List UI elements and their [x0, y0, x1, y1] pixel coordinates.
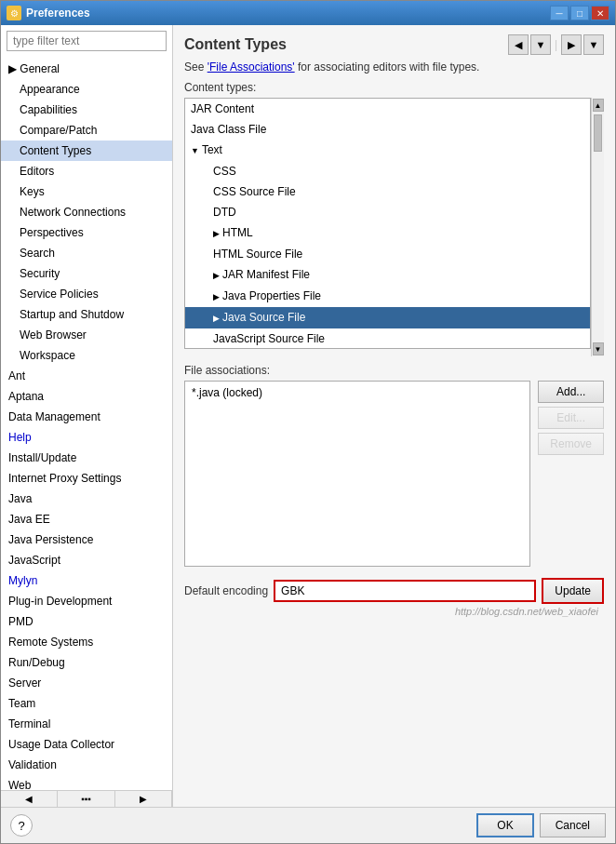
maximize-button[interactable]: □ — [570, 6, 589, 20]
sidebar-item-help[interactable]: Help — [1, 427, 172, 448]
title-bar-left: ⚙ Preferences — [7, 6, 90, 20]
ct-java-source[interactable]: ▶Java Source File — [185, 307, 590, 328]
file-assoc-list[interactable]: *.java (locked) — [184, 381, 530, 567]
ok-button[interactable]: OK — [476, 813, 533, 837]
sidebar-item-validation[interactable]: Validation — [1, 755, 172, 775]
sidebar-item-ant[interactable]: Ant — [1, 366, 172, 386]
ct-text[interactable]: ▼Text — [185, 140, 590, 161]
ct-jar-content[interactable]: JAR Content — [185, 99, 590, 119]
ct-java-class[interactable]: Java Class File — [185, 119, 590, 140]
ct-html[interactable]: ▶HTML — [185, 222, 590, 244]
sidebar-item-appearance[interactable]: Appearance — [1, 79, 172, 100]
nav-forward-dropdown[interactable]: ▼ — [583, 34, 604, 55]
file-assoc-row: *.java (locked) Add... Edit... Remove — [184, 381, 604, 567]
search-input[interactable] — [7, 31, 167, 51]
cancel-button[interactable]: Cancel — [540, 813, 606, 837]
sidebar-item-terminal[interactable]: Terminal — [1, 714, 172, 734]
sidebar-scroll-controls: ◀ ▪▪▪ ▶ — [1, 790, 172, 807]
watermark: http://blog.csdn.net/web_xiaofei — [184, 604, 604, 619]
sidebar-scroll-left[interactable]: ◀ — [1, 791, 58, 807]
nav-separator: | — [555, 38, 557, 51]
sidebar: ▶ General Appearance Capabilities Compar… — [1, 25, 173, 807]
add-button[interactable]: Add... — [538, 381, 604, 403]
window-title: Preferences — [26, 7, 90, 20]
remove-button[interactable]: Remove — [538, 433, 604, 455]
sidebar-item-run-debug[interactable]: Run/Debug — [1, 652, 172, 673]
sidebar-item-general[interactable]: ▶ General — [1, 59, 172, 79]
sidebar-item-security[interactable]: Security — [1, 263, 172, 284]
nav-back-button[interactable]: ◀ — [508, 34, 529, 55]
sidebar-item-remote[interactable]: Remote Systems — [1, 632, 172, 652]
file-assoc-section: File associations: *.java (locked) Add..… — [184, 364, 604, 570]
right-panel: Content Types ◀ ▼ | ▶ ▼ See 'File Associ… — [173, 25, 615, 807]
file-assoc-link[interactable]: 'File Associations' — [208, 60, 295, 74]
sidebar-item-perspectives[interactable]: Perspectives — [1, 222, 172, 243]
sidebar-item-mylyn[interactable]: Mylyn — [1, 570, 172, 591]
ct-css-source[interactable]: CSS Source File — [185, 181, 590, 202]
sidebar-item-search[interactable]: Search — [1, 243, 172, 263]
sidebar-item-content-types[interactable]: Content Types — [1, 141, 172, 161]
sidebar-item-capabilities[interactable]: Capabilities — [1, 100, 172, 120]
file-assoc-label: File associations: — [184, 364, 604, 377]
sidebar-item-usage[interactable]: Usage Data Collector — [1, 734, 172, 755]
sidebar-item-compare[interactable]: Compare/Patch — [1, 120, 172, 141]
ct-js-source1[interactable]: JavaScript Source File — [185, 328, 590, 349]
title-bar-controls: ─ □ ✕ — [550, 6, 609, 20]
minimize-button[interactable]: ─ — [550, 6, 569, 20]
ct-jar-manifest[interactable]: ▶JAR Manifest File — [185, 264, 590, 286]
sidebar-item-service[interactable]: Service Policies — [1, 284, 172, 304]
sidebar-item-editors[interactable]: Editors — [1, 161, 172, 181]
nav-forward-button[interactable]: ▶ — [561, 34, 582, 55]
encoding-row: Default encoding Update — [184, 578, 604, 604]
content-types-tree: JAR Content Java Class File ▼Text CSS CS… — [184, 98, 591, 349]
ct-html-source[interactable]: HTML Source File — [185, 244, 590, 264]
sidebar-item-web-browser[interactable]: Web Browser — [1, 325, 172, 345]
nav-dropdown-button[interactable]: ▼ — [530, 34, 551, 55]
update-button[interactable]: Update — [542, 578, 604, 604]
sidebar-item-install[interactable]: Install/Update — [1, 448, 172, 468]
ct-css[interactable]: CSS — [185, 161, 590, 181]
scrollbar-thumb[interactable] — [594, 114, 602, 152]
file-assoc-item[interactable]: *.java (locked) — [188, 384, 527, 401]
ct-dtd[interactable]: DTD — [185, 202, 590, 222]
sidebar-item-java-ee[interactable]: Java EE — [1, 509, 172, 529]
panel-header: Content Types ◀ ▼ | ▶ ▼ — [184, 34, 604, 55]
sidebar-item-team[interactable]: Team — [1, 693, 172, 714]
sidebar-item-plugin[interactable]: Plug-in Development — [1, 591, 172, 611]
close-button[interactable]: ✕ — [591, 6, 609, 20]
sidebar-item-aptana[interactable]: Aptana — [1, 386, 172, 407]
sidebar-item-server[interactable]: Server — [1, 673, 172, 693]
edit-button[interactable]: Edit... — [538, 407, 604, 429]
file-assoc-buttons: Add... Edit... Remove — [538, 381, 604, 567]
title-bar: ⚙ Preferences ─ □ ✕ — [1, 1, 615, 25]
sidebar-item-javascript[interactable]: JavaScript — [1, 550, 172, 570]
encoding-input[interactable] — [274, 580, 536, 602]
main-content: ▶ General Appearance Capabilities Compar… — [1, 25, 615, 807]
sidebar-tree: ▶ General Appearance Capabilities Compar… — [1, 57, 172, 790]
sidebar-item-network[interactable]: Network Connections — [1, 202, 172, 222]
ct-java-props[interactable]: ▶Java Properties File — [185, 286, 590, 307]
sidebar-item-data-mgmt[interactable]: Data Management — [1, 407, 172, 427]
encoding-label: Default encoding — [184, 584, 268, 597]
bottom-bar: ? OK Cancel — [1, 807, 615, 843]
sidebar-item-java[interactable]: Java — [1, 489, 172, 509]
sidebar-item-startup[interactable]: Startup and Shutdow — [1, 304, 172, 325]
panel-title: Content Types — [184, 36, 287, 53]
preferences-window: ⚙ Preferences ─ □ ✕ ▶ General Appearance… — [0, 0, 616, 844]
sidebar-item-pmd[interactable]: PMD — [1, 611, 172, 632]
sidebar-item-proxy[interactable]: Internet Proxy Settings — [1, 468, 172, 489]
panel-nav: ◀ ▼ | ▶ ▼ — [508, 34, 604, 55]
content-types-label: Content types: — [184, 81, 604, 94]
bottom-buttons: OK Cancel — [476, 813, 606, 837]
content-types-scrollbar[interactable]: ▲ ▼ — [591, 98, 604, 356]
sidebar-item-java-persistence[interactable]: Java Persistence — [1, 529, 172, 550]
sidebar-item-workspace[interactable]: Workspace — [1, 345, 172, 366]
sidebar-scroll-indicator: ▪▪▪ — [58, 791, 114, 807]
sidebar-item-keys[interactable]: Keys — [1, 181, 172, 202]
panel-description: See 'File Associations' for associating … — [184, 60, 604, 74]
help-button[interactable]: ? — [10, 814, 33, 837]
window-icon: ⚙ — [7, 6, 21, 20]
sidebar-scroll-right[interactable]: ▶ — [115, 791, 172, 807]
sidebar-item-web[interactable]: Web — [1, 775, 172, 790]
